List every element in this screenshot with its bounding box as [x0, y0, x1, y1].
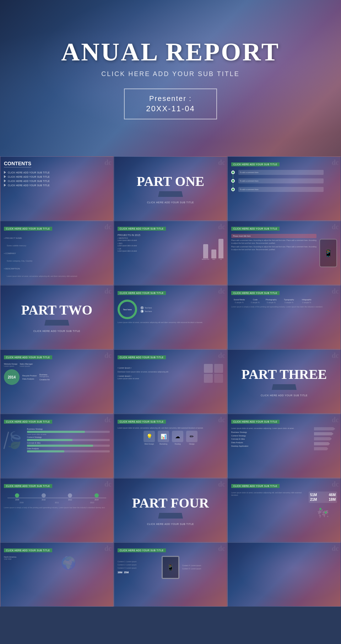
text-list-tag: CLICK HERE ADD YOUR SUB TITLE	[4, 227, 52, 231]
contents-item-1[interactable]: CLICK HERE ADD YOUR SUB TITLE	[4, 171, 110, 174]
slide-timeline-circles: dc CLICK HERE ADD YOUR SUB TITLE 2008 20…	[0, 478, 114, 542]
slide-circle-diagram: dc CLICK HERE ADD YOUR SUB TITLE Text he…	[114, 285, 227, 349]
presenter-box: Presenter : 20XX-11-04	[124, 88, 217, 119]
slide-timeline-1: dc CLICK HERE ADD YOUR SUB TITLE To add …	[227, 156, 341, 221]
slide-tablet: dc CLICK HERE ADD YOUR SUB TITLE Content…	[114, 542, 227, 607]
contents-label: CONTENTS	[4, 161, 31, 167]
part-three-title: PART THREE	[242, 366, 327, 382]
slide-bar-chart: dc CLICK HERE ADD YOUR SUB TITLE PROJECT…	[114, 221, 227, 285]
slide-arrows: dc CLICK HERE ADD YOUR SUB TITLE Lorem i…	[227, 414, 341, 478]
part-four-subtitle: CLICK HERE ADD YOUR SUB TITLE	[147, 523, 194, 525]
contents-item-4[interactable]: CLICK HERE ADD YOUR SUB TITLE	[4, 184, 110, 187]
contents-item-2[interactable]: CLICK HERE ADD YOUR SUB TITLE	[4, 175, 110, 178]
bar-chart-tag: CLICK HERE ADD YOUR SUB TITLE	[118, 227, 166, 231]
phone-image: 📱	[319, 239, 337, 267]
slide-part-three: dc PART THREE CLICK HERE ADD YOUR SUB TI…	[227, 349, 341, 414]
part-four-title: PART FOUR	[132, 495, 209, 511]
arrow-icon-1	[4, 171, 6, 174]
slide-leaf-chart: dc CLICK HERE ADD YOUR SUB TITLE 🍃 Busin…	[0, 414, 114, 478]
contents-item-3[interactable]: CLICK HERE ADD YOUR SUB TITLE	[4, 179, 110, 182]
arrow-icon-2	[4, 175, 6, 178]
slide-part-one: dc PART ONE CLICK HERE ADD YOUR SUB TITL…	[114, 156, 227, 221]
part-one-subtitle: CLICK HERE ADD YOUR SUB TITLE	[147, 201, 194, 204]
part-two-title: PART TWO	[21, 302, 92, 318]
hero-section: ANUAL REPORT CLICK HERE ADD YOUR SUB TIT…	[0, 0, 341, 156]
part-three-subtitle: CLICK HERE ADD YOUR SUB TITLE	[261, 394, 308, 397]
slide-thanks: dc	[227, 542, 341, 607]
slide-part-four: dc PART FOUR CLICK HERE ADD YOUR SUB TIT…	[114, 478, 227, 542]
slide-puzzle: dc CLICK HERE ADD YOUR SUB TITLE • Lorem…	[114, 349, 227, 414]
presenter-label: Presenter :	[146, 95, 195, 103]
slide-map-world: dc CLICK HERE ADD YOUR SUB TITLE North A…	[0, 542, 114, 607]
slide-part-two: dc PART TWO CLICK HERE ADD YOUR SUB TITL…	[0, 285, 114, 349]
slide-map-stats: dc CLICK HERE ADD YOUR SUB TITLE Lorem i…	[227, 478, 341, 542]
hero-subtitle: CLICK HERE ADD YOUR SUB TITLE	[101, 70, 239, 78]
presenter-date: 20XX-11-04	[146, 104, 195, 113]
slide-contents: dc CONTENTS CLICK HERE ADD YOUR SUB TITL…	[0, 156, 114, 221]
hero-title: ANUAL REPORT	[61, 37, 280, 67]
slide-icons-row: dc CLICK HERE ADD YOUR SUB TITLE Lorem i…	[114, 414, 227, 478]
slide-grid: dc CONTENTS CLICK HERE ADD YOUR SUB TITL…	[0, 156, 341, 607]
part-one-title: PART ONE	[137, 173, 204, 189]
timeline-tag: CLICK HERE ADD YOUR SUB TITLE	[231, 162, 280, 166]
arrow-icon-3	[4, 179, 6, 182]
slide-text-list: dc CLICK HERE ADD YOUR SUB TITLE • PROJE…	[0, 221, 114, 285]
slide-text-phone: dc CLICK HERE ADD YOUR SUB TITLE Please …	[227, 221, 341, 285]
arrow-icon-4	[4, 184, 6, 187]
slide-skills: dc CLICK HERE ADD YOUR SUB TITLE Social …	[227, 285, 341, 349]
part-two-subtitle: CLICK HERE ADD YOUR SUB TITLE	[33, 330, 80, 332]
slide-org-chart: dc CLICK HERE ADD YOUR SUB TITLE Website…	[0, 349, 114, 414]
